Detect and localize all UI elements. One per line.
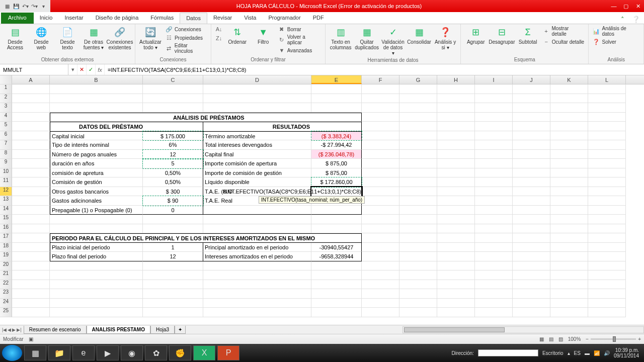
minimize-button[interactable]: — bbox=[608, 1, 620, 12]
cell-area[interactable]: ANÁLISIS DE PRÉSTAMOS DATOS DEL PRÉSTAMO… bbox=[12, 84, 626, 317]
qat-more-icon[interactable]: ▾ bbox=[39, 2, 47, 10]
clock[interactable]: 10:39 p.m.09/11/2014 bbox=[614, 347, 639, 358]
first-sheet-icon[interactable]: |◀ bbox=[2, 327, 7, 332]
zoom-in-icon[interactable]: + bbox=[638, 336, 641, 342]
fx-icon[interactable]: fx bbox=[96, 64, 105, 75]
last-sheet-icon[interactable]: ▶| bbox=[17, 327, 21, 332]
horizontal-scrollbar[interactable] bbox=[403, 326, 644, 333]
next-sheet-icon[interactable]: ▶ bbox=[12, 327, 16, 332]
new-sheet-button[interactable]: ✦ bbox=[175, 326, 186, 334]
taskbar-excel[interactable]: X bbox=[193, 345, 215, 360]
validation-button[interactable]: ✓Validación de datos ▾ bbox=[381, 25, 405, 57]
other-sources-button[interactable]: ▦De otras fuentes ▾ bbox=[82, 25, 106, 51]
sheet-resumen[interactable]: Resumen de escenario bbox=[24, 326, 87, 334]
from-web-button[interactable]: 🌐Desde web bbox=[29, 25, 53, 51]
subtotal-button[interactable]: ΣSubtotal bbox=[516, 25, 539, 46]
address-input[interactable] bbox=[478, 349, 538, 356]
from-access-button[interactable]: ▤Desde Access bbox=[3, 25, 27, 51]
help-icon[interactable]: ❔ bbox=[632, 16, 640, 24]
col-F[interactable]: F bbox=[362, 75, 399, 84]
taskbar-app2[interactable]: ✿ bbox=[145, 345, 167, 360]
minimize-ribbon-icon[interactable]: ˄ bbox=[621, 16, 629, 24]
file-tab[interactable]: Archivo bbox=[1, 13, 34, 24]
col-C[interactable]: C bbox=[143, 75, 203, 84]
solver-button[interactable]: ❓Solver bbox=[592, 38, 640, 46]
remove-dup-button[interactable]: ▦Quitar duplicados bbox=[355, 25, 379, 51]
tab-insertar[interactable]: Insertar bbox=[58, 13, 89, 24]
volume-icon[interactable]: 🔊 bbox=[604, 350, 610, 356]
edit-links-button[interactable]: ⇄Editar vínculos bbox=[165, 42, 208, 54]
tray-more-icon[interactable]: ▴ bbox=[568, 350, 570, 356]
undo-icon[interactable]: ↶▾ bbox=[21, 2, 29, 10]
consolidate-button[interactable]: ▦Consolidar bbox=[407, 25, 431, 46]
taskbar-media[interactable]: ▶ bbox=[97, 345, 119, 360]
advanced-filter-button[interactable]: ▼Avanzadas bbox=[277, 46, 322, 54]
sheet-analisis[interactable]: ANALISIS PRESTAMO bbox=[87, 326, 150, 334]
from-text-button[interactable]: 📄Desde texto bbox=[55, 25, 79, 51]
taskbar-app[interactable]: ▦ bbox=[24, 345, 46, 360]
group-button[interactable]: ⊞Agrupar bbox=[464, 25, 488, 46]
namebox-dropdown[interactable]: ▾ bbox=[68, 64, 77, 75]
taskbar-chrome[interactable]: ◉ bbox=[121, 345, 143, 360]
col-L[interactable]: L bbox=[588, 75, 626, 84]
col-H[interactable]: H bbox=[437, 75, 475, 84]
zoom-out-icon[interactable]: − bbox=[586, 336, 589, 342]
sheet-hoja3[interactable]: Hoja3 bbox=[150, 326, 175, 334]
sort-desc-button[interactable]: Z↓ bbox=[214, 34, 223, 42]
view-break-icon[interactable]: ▧ bbox=[558, 336, 563, 342]
tab-diseno[interactable]: Diseño de página bbox=[90, 13, 145, 24]
taskbar-app3[interactable]: ✊ bbox=[169, 345, 191, 360]
ungroup-button[interactable]: ⊟Desagrupar bbox=[490, 25, 514, 46]
refresh-all-button[interactable]: 🔄Actualizar todo ▾ bbox=[138, 25, 163, 51]
sort-asc-button[interactable]: A↓ bbox=[214, 25, 223, 33]
select-all-button[interactable] bbox=[0, 75, 12, 84]
lang-indicator[interactable]: ES bbox=[574, 350, 581, 356]
filter-button[interactable]: ▼Filtro bbox=[251, 25, 275, 46]
active-cell[interactable]: =INT.EFECTIVO(TASA(C8*C9;E6;E11+C13;0,1)… bbox=[311, 187, 362, 197]
spreadsheet-grid[interactable]: A B C D E F G H I J K L 1234567891011121… bbox=[0, 75, 644, 325]
col-A[interactable]: A bbox=[12, 75, 50, 84]
taskbar-ie[interactable]: e bbox=[72, 345, 95, 360]
taskbar-ppt[interactable]: P bbox=[217, 345, 239, 360]
col-J[interactable]: J bbox=[513, 75, 550, 84]
cell-title[interactable]: ANÁLISIS DE PRÉSTAMOS bbox=[143, 113, 203, 122]
taskbar-explorer[interactable]: 📁 bbox=[48, 345, 70, 360]
tab-vista[interactable]: Vista bbox=[238, 13, 262, 24]
redo-icon[interactable]: ↷▾ bbox=[30, 2, 38, 10]
text-to-cols-button[interactable]: ▥Texto en columnas bbox=[329, 25, 353, 51]
col-B[interactable]: B bbox=[50, 75, 143, 84]
accept-formula-icon[interactable]: ✓ bbox=[87, 64, 96, 75]
maximize-button[interactable]: ▢ bbox=[620, 1, 632, 12]
tab-datos[interactable]: Datos bbox=[180, 13, 207, 24]
name-box[interactable]: MMULT bbox=[0, 64, 68, 75]
tab-pdf[interactable]: PDF bbox=[307, 13, 330, 24]
col-I[interactable]: I bbox=[475, 75, 513, 84]
properties-button[interactable]: ☷Propiedades bbox=[165, 34, 208, 42]
data-analysis-button[interactable]: 📊Análisis de datos bbox=[592, 25, 640, 37]
connections-button[interactable]: 🔗Conexiones bbox=[165, 25, 208, 33]
close-button[interactable]: ✕ bbox=[632, 1, 644, 12]
start-button[interactable] bbox=[2, 345, 22, 361]
network-icon[interactable]: 📶 bbox=[594, 350, 600, 356]
reapply-button[interactable]: ↻Volver a aplicar bbox=[277, 34, 322, 46]
col-D[interactable]: D bbox=[203, 75, 311, 84]
zoom-slider[interactable] bbox=[591, 338, 636, 340]
existing-conn-button[interactable]: 🔗Conexiones existentes bbox=[108, 25, 132, 51]
col-E[interactable]: E bbox=[311, 75, 362, 84]
view-layout-icon[interactable]: ▤ bbox=[549, 336, 553, 342]
tab-revisar[interactable]: Revisar bbox=[207, 13, 238, 24]
show-detail-button[interactable]: +Mostrar detalle bbox=[542, 25, 586, 37]
tab-inicio[interactable]: Inicio bbox=[34, 13, 59, 24]
whatif-button[interactable]: ❓Análisis y si ▾ bbox=[433, 25, 457, 51]
hide-detail-button[interactable]: −Ocultar detalle bbox=[542, 38, 586, 46]
clear-filter-button[interactable]: ✖Borrar bbox=[277, 25, 322, 33]
flag-icon[interactable]: ▬ bbox=[585, 350, 590, 356]
formula-input[interactable]: =INT.EFECTIVO(TASA(C8*C9;E6;E11+C13;0,1)… bbox=[105, 67, 644, 73]
col-K[interactable]: K bbox=[550, 75, 588, 84]
view-normal-icon[interactable]: ▦ bbox=[539, 336, 544, 342]
sort-button[interactable]: ⇅Ordenar bbox=[225, 25, 249, 46]
macro-record-icon[interactable]: ▣ bbox=[29, 336, 33, 342]
save-icon[interactable]: 💾 bbox=[12, 2, 20, 10]
zoom-value[interactable]: 100% bbox=[568, 336, 581, 342]
tab-formulas[interactable]: Fórmulas bbox=[144, 13, 180, 24]
